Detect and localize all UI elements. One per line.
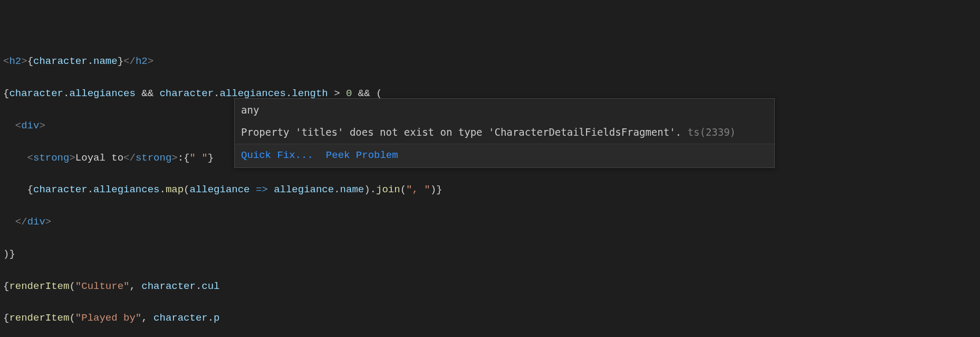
hover-tooltip: any Property 'titles' does not exist on … [234, 98, 775, 168]
hover-actions: Quick Fix...Peek Problem [235, 144, 774, 167]
code-line[interactable]: {renderItem("Culture", character.cul [3, 278, 980, 294]
hover-type: any [235, 99, 774, 121]
hover-message: Property 'titles' does not exist on type… [235, 121, 774, 143]
code-line[interactable] [3, 21, 980, 37]
code-line[interactable]: {renderItem("Played by", character.p [3, 310, 980, 326]
code-line[interactable]: <h2>{character.name}</h2> [3, 53, 980, 69]
peek-problem-link[interactable]: Peek Problem [326, 149, 398, 161]
error-code: ts(2339) [688, 126, 736, 138]
code-line[interactable]: )} [3, 246, 980, 262]
code-editor[interactable]: <h2>{character.name}</h2> {character.all… [0, 0, 980, 337]
code-line[interactable]: </div> [3, 214, 980, 230]
code-line[interactable]: {character.allegiances.map(allegiance =>… [3, 182, 980, 198]
quick-fix-link[interactable]: Quick Fix... [241, 149, 313, 161]
